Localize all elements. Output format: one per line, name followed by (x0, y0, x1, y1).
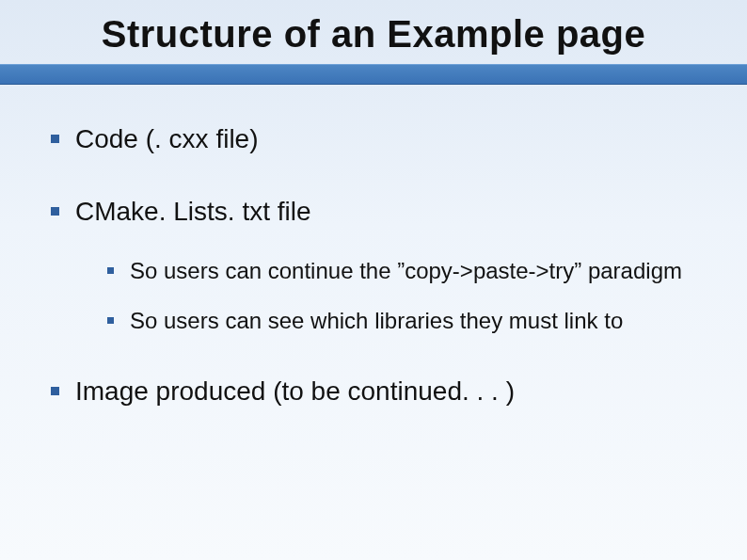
slide-title: Structure of an Example page (0, 13, 747, 56)
list-item-text: So users can see which libraries they mu… (130, 308, 623, 333)
list-item-text: Code (. cxx file) (75, 124, 259, 153)
slide: Structure of an Example page Code (. cxx… (0, 0, 747, 560)
slide-content: Code (. cxx file) CMake. Lists. txt file… (47, 122, 700, 447)
list-item: So users can see which libraries they mu… (103, 306, 700, 335)
list-item: Code (. cxx file) (47, 122, 700, 155)
list-item-text: Image produced (to be continued. . . ) (75, 376, 515, 406)
list-item-text: So users can continue the ”copy->paste->… (130, 258, 682, 283)
list-item: So users can continue the ”copy->paste->… (103, 256, 700, 285)
list-item: Image produced (to be continued. . . ) (47, 375, 700, 408)
title-bar (0, 64, 747, 85)
list-item-text: CMake. Lists. txt file (75, 197, 311, 226)
list-item: CMake. Lists. txt file So users can cont… (47, 195, 700, 335)
